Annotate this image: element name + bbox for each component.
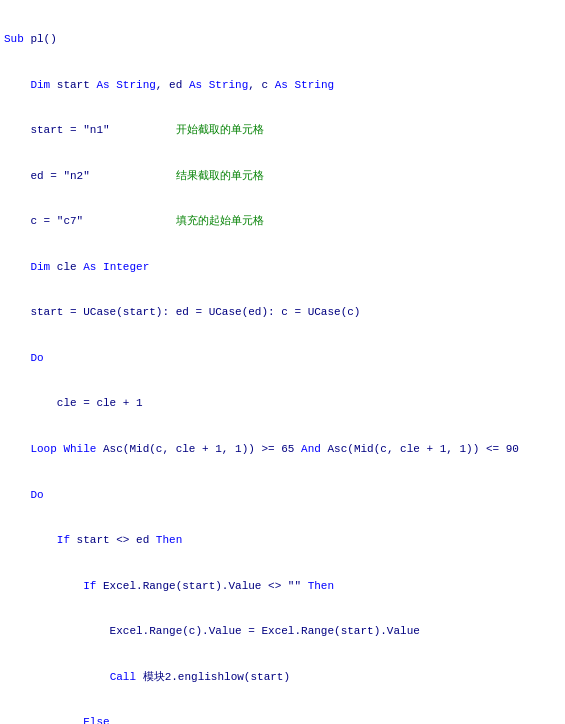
line-3: start = "n1" 开始截取的单元格 <box>4 123 561 138</box>
line-4: ed = "n2" 结果截取的单元格 <box>4 169 561 184</box>
line-10: Loop While Asc(Mid(c, cle + 1, 1)) >= 65… <box>4 442 561 457</box>
line-7: start = UCase(start): ed = UCase(ed): c … <box>4 305 561 320</box>
code-editor: Sub pl() Dim start As String, ed As Stri… <box>0 0 565 724</box>
line-15: Call 模块2.englishlow(start) <box>4 670 561 685</box>
line-9: cle = cle + 1 <box>4 396 561 411</box>
line-1: Sub pl() <box>4 32 561 47</box>
line-2: Dim start As String, ed As String, c As … <box>4 78 561 93</box>
line-12: If start <> ed Then <box>4 533 561 548</box>
line-16: Else <box>4 715 561 724</box>
line-8: Do <box>4 351 561 366</box>
line-5: c = "c7" 填充的起始单元格 <box>4 214 561 229</box>
line-13: If Excel.Range(start).Value <> "" Then <box>4 579 561 594</box>
line-14: Excel.Range(c).Value = Excel.Range(start… <box>4 624 561 639</box>
line-11: Do <box>4 488 561 503</box>
line-6: Dim cle As Integer <box>4 260 561 275</box>
